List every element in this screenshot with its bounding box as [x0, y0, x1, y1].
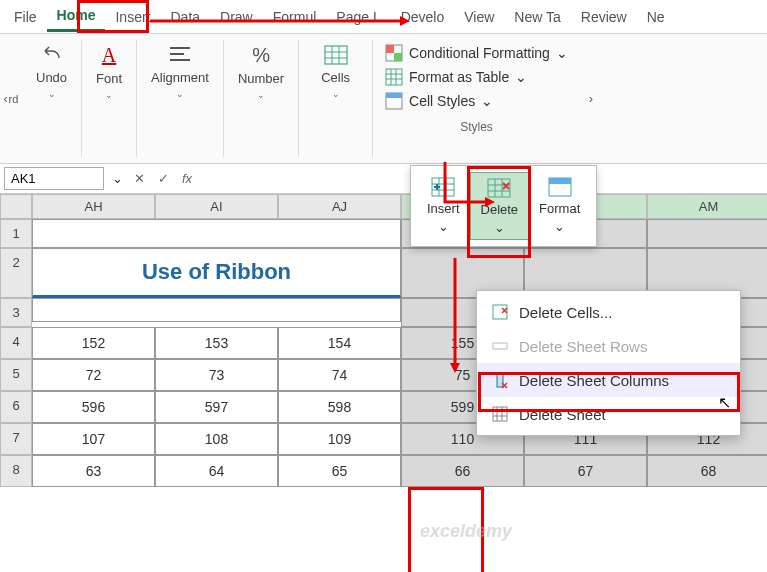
insert-button[interactable]: Insert⌄ [417, 172, 470, 240]
tab-data[interactable]: Data [160, 3, 210, 31]
menu-delete-rows: Delete Sheet Rows [477, 329, 740, 363]
menu-delete-sheet[interactable]: Delete Sheet [477, 397, 740, 431]
cell[interactable]: 108 [155, 423, 278, 455]
cell[interactable]: 597 [155, 391, 278, 423]
watermark: exceldemy [420, 521, 512, 542]
tab-home[interactable]: Home [47, 1, 106, 32]
ribbon-scroll-right[interactable]: › [580, 40, 602, 157]
row-header[interactable]: 7 [0, 423, 32, 455]
svg-rect-2 [386, 45, 394, 53]
delete-rows-icon [491, 337, 509, 355]
cells-icon [323, 44, 349, 66]
font-button[interactable]: A Font ⌄ [96, 44, 122, 100]
cell[interactable] [647, 219, 767, 248]
svg-rect-4 [386, 69, 402, 85]
styles-caption: Styles [385, 120, 568, 134]
cell[interactable]: 72 [32, 359, 155, 391]
undo-label: Undo [36, 70, 67, 85]
format-button[interactable]: Format⌄ [529, 172, 590, 240]
ribbon-tabs: File Home Insert Data Draw Formul Page L… [0, 0, 767, 34]
svg-rect-11 [493, 305, 507, 319]
cell[interactable]: 74 [278, 359, 401, 391]
title-cell[interactable]: Use of Ribbon [32, 248, 401, 298]
conditional-formatting-icon [385, 44, 403, 62]
ribbon: ‹rd Undo ⌄ A Font ⌄ Alignment ⌄ % Number… [0, 34, 767, 164]
svg-rect-6 [386, 93, 402, 98]
delete-sheet-icon [491, 405, 509, 423]
undo-button[interactable]: Undo ⌄ [36, 44, 67, 99]
row-header[interactable]: 4 [0, 327, 32, 359]
row-header[interactable]: 2 [0, 248, 32, 298]
cell[interactable]: 154 [278, 327, 401, 359]
col-header[interactable]: AH [32, 194, 155, 219]
cursor-icon: ↖ [718, 393, 731, 412]
tab-insert[interactable]: Insert [105, 3, 160, 31]
svg-rect-12 [493, 343, 507, 349]
alignment-button[interactable]: Alignment ⌄ [151, 44, 209, 99]
tab-new-tab[interactable]: New Ta [504, 3, 570, 31]
tab-page-layout[interactable]: Page L [326, 3, 390, 31]
delete-cells-icon [491, 303, 509, 321]
conditional-formatting-button[interactable]: Conditional Formatting⌄ [385, 44, 568, 62]
cell[interactable]: 596 [32, 391, 155, 423]
format-as-table-icon [385, 68, 403, 86]
tab-view[interactable]: View [454, 3, 504, 31]
menu-delete-columns[interactable]: Delete Sheet Columns [477, 363, 740, 397]
col-header[interactable]: AJ [278, 194, 401, 219]
percent-icon: % [252, 44, 270, 67]
delete-menu: Delete Cells... Delete Sheet Rows Delete… [476, 290, 741, 436]
row-header[interactable]: 8 [0, 455, 32, 487]
format-icon [547, 176, 573, 198]
tab-file[interactable]: File [4, 3, 47, 31]
svg-rect-0 [325, 46, 347, 64]
cell[interactable]: 73 [155, 359, 278, 391]
select-all-corner[interactable] [0, 194, 32, 219]
number-button[interactable]: % Number ⌄ [238, 44, 284, 100]
cell[interactable]: 109 [278, 423, 401, 455]
cell[interactable]: 107 [32, 423, 155, 455]
name-box-chevron[interactable]: ⌄ [108, 171, 127, 186]
delete-columns-icon [491, 371, 509, 389]
menu-delete-cells[interactable]: Delete Cells... [477, 295, 740, 329]
cells-button[interactable]: Cells ⌄ [321, 44, 350, 99]
confirm-formula-button[interactable]: ✓ [151, 171, 175, 186]
cell[interactable]: 153 [155, 327, 278, 359]
insert-icon [430, 176, 456, 198]
cell[interactable]: 67 [524, 455, 647, 487]
cell[interactable] [32, 219, 401, 248]
col-header[interactable]: AM [647, 194, 767, 219]
tab-next[interactable]: Ne [637, 3, 675, 31]
cancel-formula-button[interactable]: ✕ [127, 171, 151, 186]
row-header[interactable]: 5 [0, 359, 32, 391]
svg-rect-14 [493, 407, 507, 421]
cell[interactable]: 66 [401, 455, 524, 487]
cell[interactable] [32, 298, 401, 322]
font-icon: A [102, 44, 116, 67]
format-as-table-button[interactable]: Format as Table⌄ [385, 68, 527, 86]
tab-formulas[interactable]: Formul [263, 3, 327, 31]
row-header[interactable]: 1 [0, 219, 32, 248]
row-header[interactable]: 3 [0, 298, 32, 327]
tab-developer[interactable]: Develo [391, 3, 455, 31]
cell[interactable]: 63 [32, 455, 155, 487]
delete-button[interactable]: Delete⌄ [470, 172, 530, 240]
ribbon-scroll-left[interactable]: ‹rd [0, 40, 22, 157]
cell[interactable]: 64 [155, 455, 278, 487]
cell-styles-button[interactable]: Cell Styles⌄ [385, 92, 493, 110]
row-header[interactable]: 6 [0, 391, 32, 423]
styles-group: Conditional Formatting⌄ Format as Table⌄… [373, 40, 580, 157]
cells-dropdown: Insert⌄ Delete⌄ Format⌄ [410, 165, 597, 247]
name-box[interactable] [4, 167, 104, 190]
tab-review[interactable]: Review [571, 3, 637, 31]
cell[interactable]: 65 [278, 455, 401, 487]
font-label: Font [96, 71, 122, 86]
cell[interactable]: 152 [32, 327, 155, 359]
col-header[interactable]: AI [155, 194, 278, 219]
svg-rect-10 [549, 178, 571, 184]
fx-button[interactable]: fx [175, 171, 199, 186]
cell[interactable]: 68 [647, 455, 767, 487]
cell[interactable]: 598 [278, 391, 401, 423]
number-label: Number [238, 71, 284, 86]
tab-draw[interactable]: Draw [210, 3, 263, 31]
cells-label: Cells [321, 70, 350, 85]
